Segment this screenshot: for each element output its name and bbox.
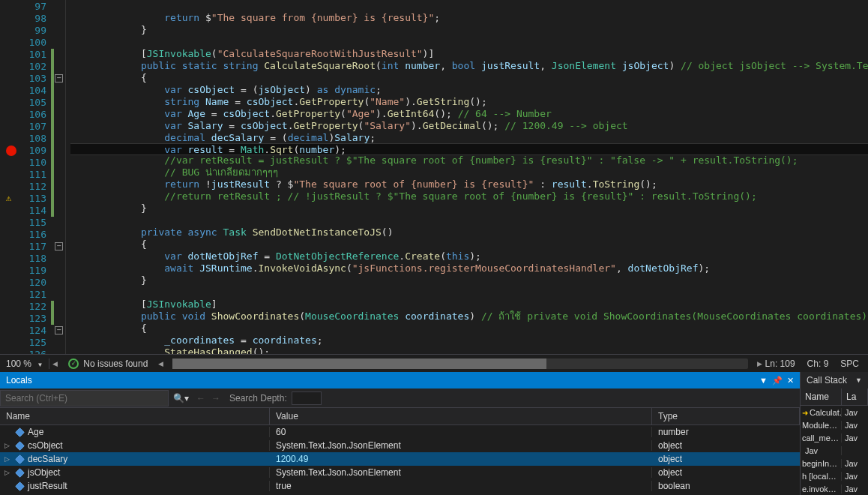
search-depth-label: Search Depth: xyxy=(229,393,287,404)
panel-title-text: Call Stack xyxy=(807,375,847,386)
close-icon[interactable]: ✕ xyxy=(787,376,794,386)
var-value: System.Text.Json.JsonElement xyxy=(270,467,652,478)
callstack-row[interactable]: e.invok…Jav xyxy=(801,482,868,495)
cursor-line: Ln: 109 xyxy=(765,358,795,369)
fold-toggle[interactable]: − xyxy=(55,242,63,250)
editor-status-bar: 100 % ▼ ◀ ✓ No issues found ◀ ▶ Ln: 109 … xyxy=(0,354,868,372)
col-header-name[interactable]: Name xyxy=(0,408,270,424)
warning-icon: ⚠ xyxy=(6,193,16,203)
nav-forward-icon[interactable]: → xyxy=(208,393,223,404)
cursor-char: Ch: 9 xyxy=(807,358,829,369)
zoom-value: 100 % xyxy=(6,358,31,369)
expand-icon[interactable]: ▷ xyxy=(4,442,12,449)
callstack-row[interactable]: call_me…Jav xyxy=(801,431,868,444)
var-name: justResult xyxy=(28,481,67,491)
var-value: System.Text.Json.JsonElement xyxy=(270,440,652,451)
locals-panel: Locals ▼ 📌 ✕ 🔍▾ ← → Search Depth: Name V… xyxy=(0,372,801,495)
line-number-gutter: 9798991001011021031041051061071081091101… xyxy=(22,0,51,354)
dropdown-icon[interactable]: ▼ xyxy=(855,376,862,384)
current-frame-icon: ➜ xyxy=(802,409,808,417)
locals-row[interactable]: ▷jsObjectSystem.Text.Json.JsonElementobj… xyxy=(0,466,800,479)
folding-gutter[interactable]: −−− xyxy=(51,0,66,354)
check-circle-icon: ✓ xyxy=(68,358,79,369)
search-icon[interactable]: 🔍▾ xyxy=(169,393,193,404)
var-name: jsObject xyxy=(28,467,60,478)
variable-icon xyxy=(15,454,25,464)
locals-row[interactable]: Age60number xyxy=(0,425,800,439)
variable-icon xyxy=(15,482,25,491)
var-name: csObject xyxy=(28,440,63,451)
scroll-right-icon[interactable]: ▶ xyxy=(754,360,765,368)
zoom-selector[interactable]: 100 % ▼ xyxy=(0,358,49,369)
col-header-name[interactable]: Name xyxy=(801,388,842,405)
var-type: object xyxy=(652,454,800,464)
pin-icon[interactable]: 📌 xyxy=(772,376,783,386)
expand-icon[interactable]: ▷ xyxy=(4,455,12,463)
callstack-row[interactable]: ➜Calculat…Jav xyxy=(801,406,868,418)
locals-search-input[interactable] xyxy=(0,390,169,406)
var-type: boolean xyxy=(652,481,800,491)
locals-row[interactable]: ▷decSalary1200.49object xyxy=(0,452,800,466)
chevron-down-icon: ▼ xyxy=(37,362,43,368)
issues-text: No issues found xyxy=(83,358,148,369)
callstack-grid-header: Name La xyxy=(801,388,868,406)
var-value: true xyxy=(270,481,652,491)
locals-search-row: 🔍▾ ← → Search Depth: xyxy=(0,388,800,408)
breakpoint-margin[interactable]: ⚠ xyxy=(0,0,22,354)
locals-row[interactable]: justResulttrueboolean xyxy=(0,479,800,493)
var-type: object xyxy=(652,467,800,478)
callstack-grid-body[interactable]: ➜Calculat…JavModule…Javcall_me…JavJavbeg… xyxy=(801,406,868,495)
callstack-row[interactable]: h [local…Jav xyxy=(801,470,868,482)
horizontal-scrollbar[interactable] xyxy=(172,358,747,369)
indent-mode[interactable]: SPC xyxy=(840,358,859,369)
callstack-row[interactable]: Module…Jav xyxy=(801,418,868,431)
fold-toggle[interactable]: − xyxy=(55,326,63,334)
code-editor[interactable]: ⚠ 97989910010110210310410510610710810911… xyxy=(0,0,868,354)
variable-icon xyxy=(15,428,25,437)
breakpoint-icon[interactable] xyxy=(6,146,16,156)
dropdown-icon[interactable]: ▼ xyxy=(759,376,768,386)
variable-icon xyxy=(15,468,25,478)
variable-icon xyxy=(15,441,25,451)
col-header-value[interactable]: Value xyxy=(270,408,652,424)
callstack-panel-title[interactable]: Call Stack ▼ xyxy=(801,372,868,388)
col-header-lang[interactable]: La xyxy=(842,388,868,405)
expand-icon[interactable]: ▷ xyxy=(4,469,12,476)
nav-back-icon[interactable]: ← xyxy=(193,393,208,404)
callstack-row[interactable]: beginIn…Jav xyxy=(801,457,868,470)
locals-grid-body[interactable]: Age60number▷csObjectSystem.Text.Json.Jso… xyxy=(0,425,800,495)
callstack-row[interactable]: Jav xyxy=(801,444,868,457)
var-value: 60 xyxy=(270,427,652,437)
var-name: Age xyxy=(28,427,43,437)
var-value: 1200.49 xyxy=(270,454,652,464)
locals-grid-header: Name Value Type xyxy=(0,408,800,425)
var-type: number xyxy=(652,427,800,437)
code-text-area[interactable]: return $"The square from {number} is {re… xyxy=(70,0,868,354)
col-header-type[interactable]: Type xyxy=(652,408,800,424)
issues-status[interactable]: ✓ No issues found xyxy=(61,358,155,369)
locals-row[interactable]: ▷csObjectSystem.Text.Json.JsonElementobj… xyxy=(0,439,800,452)
callstack-panel: Call Stack ▼ Name La ➜Calculat…JavModule… xyxy=(801,372,868,495)
scroll-left-icon[interactable]: ◀ xyxy=(155,360,166,368)
scroll-left-icon[interactable]: ◀ xyxy=(49,360,61,368)
search-depth-select[interactable] xyxy=(292,392,322,405)
fold-toggle[interactable]: − xyxy=(55,74,63,82)
var-name: decSalary xyxy=(28,454,67,464)
locals-panel-title[interactable]: Locals ▼ 📌 ✕ xyxy=(0,372,800,388)
var-type: object xyxy=(652,440,800,451)
panel-title-text: Locals xyxy=(6,375,32,386)
